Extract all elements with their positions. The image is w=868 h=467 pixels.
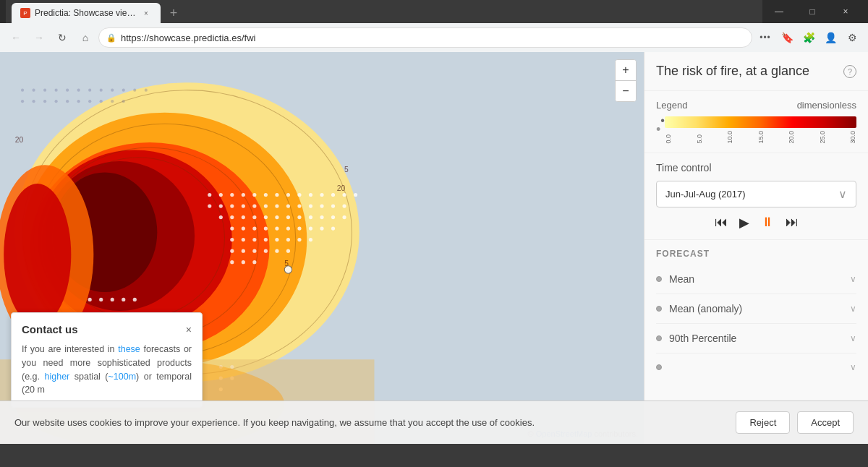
panel-header-section: The risk of fire, at a glance ? (644, 52, 868, 91)
svg-point-93 (21, 89, 24, 92)
help-button[interactable]: ? (843, 65, 856, 78)
contact-popup: Contact us × If you are interested in th… (11, 312, 203, 408)
forecast-item-mean-anomaly[interactable]: Mean (anomaly) ∨ (656, 294, 856, 324)
reload-button[interactable]: ↻ (52, 27, 72, 48)
svg-point-83 (133, 298, 137, 301)
svg-text:20: 20 (337, 184, 346, 192)
pause-button[interactable]: ⏸ (761, 215, 774, 230)
svg-point-38 (331, 204, 335, 207)
forecast-item-mean-anomaly-left: Mean (anomaly) (656, 303, 742, 314)
maximize-button[interactable]: □ (796, 0, 829, 23)
svg-point-12 (4, 184, 71, 326)
zoom-in-button[interactable]: + (616, 60, 636, 80)
legend-header: Legend dimensionless (656, 100, 856, 111)
svg-point-71 (242, 249, 245, 253)
close-button[interactable]: × (829, 0, 862, 23)
svg-point-99 (88, 89, 91, 92)
forecast-section: FORECAST Mean ∨ Mean (anomaly) ∨ 90th (644, 240, 868, 390)
svg-point-65 (264, 238, 268, 241)
svg-point-54 (252, 227, 256, 231)
svg-point-22 (309, 193, 312, 197)
forecast-title: FORECAST (656, 249, 856, 259)
bookmark-button[interactable]: 🔖 (777, 27, 797, 48)
svg-point-96 (55, 89, 58, 92)
legend-tick-15: 15.0 (757, 131, 765, 144)
svg-point-82 (122, 298, 125, 301)
tab-close-button[interactable]: × (140, 7, 152, 19)
svg-point-105 (21, 100, 24, 103)
forecast-dot-mean (656, 276, 662, 282)
address-bar[interactable]: 🔒 https://showcase.predictia.es/fwi (98, 27, 752, 48)
svg-point-70 (230, 249, 234, 253)
play-button[interactable]: ▶ (739, 215, 749, 231)
svg-point-27 (208, 204, 211, 207)
minimize-button[interactable]: — (762, 0, 796, 23)
forecast-label-90th: 90th Percentile (669, 333, 736, 344)
forecast-item-more[interactable]: ∨ (656, 354, 856, 381)
svg-point-14 (219, 193, 223, 197)
new-tab-button[interactable]: + (163, 3, 184, 23)
legend-section: Legend dimensionless • 0.0 5.0 10.0 15.0… (644, 91, 868, 153)
svg-point-56 (275, 227, 278, 231)
svg-point-76 (230, 260, 234, 264)
back-button[interactable]: ← (6, 27, 26, 48)
tab-favicon: P (20, 8, 30, 18)
forecast-chevron-more-icon: ∨ (850, 362, 856, 372)
svg-point-43 (252, 215, 256, 219)
svg-point-110 (77, 100, 80, 103)
svg-point-41 (230, 215, 234, 219)
legend-tick-20: 20.0 (788, 131, 795, 144)
svg-point-37 (320, 204, 323, 207)
legend-tick-25: 25.0 (819, 131, 826, 144)
home-button[interactable]: ⌂ (75, 27, 95, 48)
legend-label: Legend (656, 100, 687, 111)
forecast-dot-mean-anomaly (656, 306, 662, 312)
forward-button[interactable]: → (29, 27, 49, 48)
time-period-selector[interactable]: Jun-Jul-Aug (2017) ∨ (656, 181, 856, 207)
svg-point-48 (309, 215, 312, 219)
time-selector-chevron-icon: ∨ (838, 187, 847, 201)
svg-point-52 (230, 227, 234, 231)
rewind-button[interactable]: ⏮ (715, 215, 728, 230)
map-area[interactable]: 20 20 5 5 + − © OpenStreetMap contributo… (0, 52, 644, 444)
fast-forward-button[interactable]: ⏭ (786, 215, 799, 230)
svg-point-55 (264, 227, 268, 231)
svg-point-49 (320, 215, 323, 219)
svg-point-44 (264, 215, 268, 219)
forecast-item-mean[interactable]: Mean ∨ (656, 265, 856, 294)
svg-point-36 (309, 204, 312, 207)
browser-chrome: P Predictia: Showcase view... × + — □ × … (0, 0, 868, 52)
extensions-button[interactable]: 🧩 (799, 27, 819, 48)
svg-point-35 (297, 204, 301, 207)
accept-button[interactable]: Accept (797, 411, 854, 434)
svg-point-107 (43, 100, 46, 103)
svg-point-95 (43, 89, 46, 92)
contact-popup-close-button[interactable]: × (186, 324, 192, 335)
reject-button[interactable]: Reject (736, 411, 790, 434)
svg-point-50 (331, 215, 335, 219)
map-zoom-controls: + − (615, 59, 637, 102)
legend-tick-0: 0.0 (665, 131, 672, 144)
svg-point-63 (242, 238, 245, 241)
forecast-chevron-anomaly-icon: ∨ (850, 304, 856, 314)
more-button[interactable]: ••• (755, 27, 775, 48)
title-bar: P Predictia: Showcase view... × + — □ × (0, 0, 868, 23)
svg-point-69 (309, 238, 312, 241)
svg-point-114 (122, 100, 125, 103)
settings-button[interactable]: ⚙ (842, 27, 862, 48)
svg-point-34 (286, 204, 290, 207)
forecast-item-mean-left: Mean (656, 273, 694, 285)
forecast-chevron-90th-icon: ∨ (850, 333, 856, 343)
svg-point-100 (100, 89, 103, 92)
forecast-dot-90th (656, 335, 662, 341)
svg-point-67 (286, 238, 290, 241)
forecast-item-90th[interactable]: 90th Percentile ∨ (656, 324, 856, 354)
svg-point-74 (275, 249, 278, 253)
svg-point-57 (286, 227, 290, 231)
svg-point-24 (331, 193, 335, 197)
svg-point-18 (264, 193, 268, 197)
zoom-out-button[interactable]: − (616, 81, 636, 101)
account-button[interactable]: 👤 (820, 27, 841, 48)
active-tab[interactable]: P Predictia: Showcase view... × (12, 3, 161, 23)
svg-point-60 (320, 227, 323, 231)
